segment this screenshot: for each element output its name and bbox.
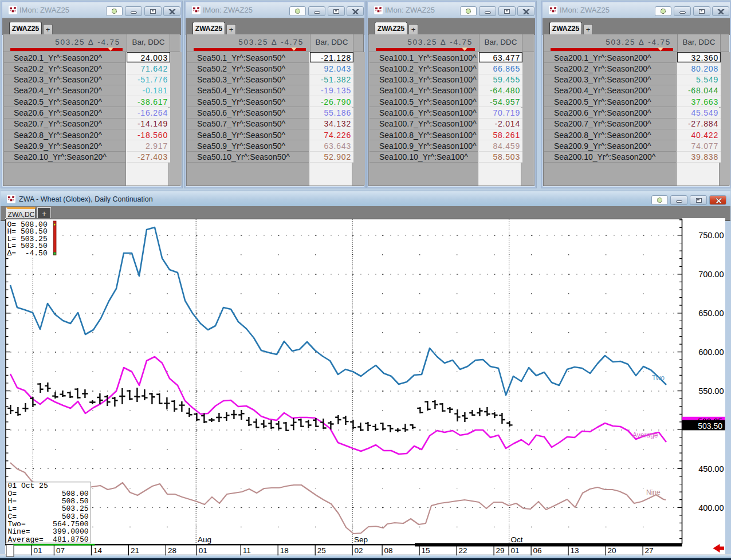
svg-text:07: 07 [56, 546, 65, 555]
svg-text:18: 18 [280, 546, 289, 555]
svg-text:14: 14 [93, 546, 103, 555]
svg-text:Average=: Average= [8, 535, 44, 544]
svg-text:Two: Two [652, 374, 665, 382]
svg-text:25: 25 [317, 546, 326, 555]
svg-text:700.00: 700.00 [698, 270, 724, 279]
svg-text:450.00: 450.00 [698, 464, 724, 474]
svg-text:01: 01 [511, 546, 520, 555]
svg-text:750.00: 750.00 [698, 231, 724, 240]
svg-text:28: 28 [168, 546, 176, 555]
svg-text:01: 01 [34, 546, 42, 555]
svg-text:06: 06 [533, 546, 542, 555]
svg-text:Δ= -4.50: Δ= -4.50 [7, 249, 48, 258]
svg-text:503.50: 503.50 [698, 421, 722, 431]
svg-text:27: 27 [645, 546, 654, 555]
svg-text:02: 02 [355, 546, 363, 555]
svg-text:Oct: Oct [511, 535, 523, 544]
svg-text:600.00: 600.00 [698, 348, 724, 357]
svg-text:15: 15 [422, 546, 430, 555]
svg-text:11: 11 [243, 546, 251, 555]
svg-text:22: 22 [459, 546, 467, 555]
svg-text:550.00: 550.00 [698, 387, 724, 396]
svg-text:29: 29 [496, 546, 505, 555]
svg-text:20: 20 [608, 546, 616, 555]
svg-text:Sep: Sep [354, 535, 368, 544]
svg-text:13: 13 [571, 546, 579, 555]
svg-text:01: 01 [199, 546, 207, 555]
svg-text:481.8750: 481.8750 [53, 535, 88, 544]
svg-text:08: 08 [384, 546, 393, 555]
svg-text:400.00: 400.00 [698, 503, 724, 512]
svg-text:21: 21 [131, 546, 139, 555]
svg-text:Nine: Nine [646, 488, 661, 496]
svg-text:650.00: 650.00 [698, 309, 724, 318]
svg-text:Average: Average [632, 431, 658, 439]
svg-text:Aug: Aug [198, 535, 211, 544]
